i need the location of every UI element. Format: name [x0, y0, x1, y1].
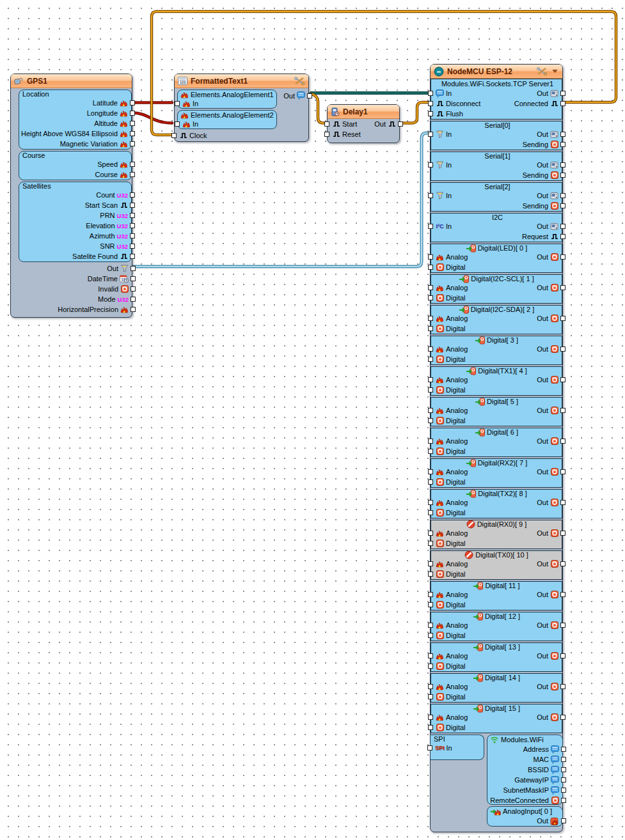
pin-connector[interactable] — [428, 224, 433, 229]
pin-connector[interactable] — [560, 203, 566, 208]
pin-connector[interactable] — [428, 449, 433, 454]
pin-connector[interactable] — [561, 747, 566, 752]
pin-connector[interactable] — [130, 203, 135, 208]
pin-connector[interactable] — [428, 111, 433, 116]
pin-connector[interactable] — [428, 664, 433, 669]
pin-connector[interactable] — [130, 233, 135, 238]
delay1-header[interactable]: Delay1 — [328, 105, 399, 119]
pin-connector[interactable] — [560, 439, 566, 444]
pin-connector[interactable] — [428, 602, 433, 607]
pin-connector[interactable] — [428, 265, 433, 270]
pin-connector[interactable] — [428, 326, 433, 331]
pin-connector[interactable] — [131, 286, 136, 292]
pin-connector[interactable] — [130, 244, 135, 249]
pin-connector[interactable] — [130, 141, 135, 146]
pin-connector[interactable] — [560, 224, 566, 229]
pin-connector[interactable] — [428, 357, 433, 362]
pin-connector[interactable] — [427, 745, 432, 751]
chevron-down-icon[interactable] — [551, 67, 559, 75]
pin-connector[interactable] — [560, 193, 566, 198]
pin-connector[interactable] — [130, 213, 135, 218]
pin-connector[interactable] — [131, 266, 136, 271]
pin-connector[interactable] — [324, 121, 329, 127]
pin-connector[interactable] — [428, 162, 433, 167]
tools-icon[interactable] — [294, 77, 305, 85]
pin-connector[interactable] — [428, 254, 433, 260]
pin-connector[interactable] — [175, 121, 180, 127]
pin-connector[interactable] — [175, 101, 180, 106]
pin-connector[interactable] — [560, 234, 566, 239]
pin-connector[interactable] — [561, 798, 566, 803]
pin-connector[interactable] — [307, 93, 312, 98]
pin-connector[interactable] — [428, 285, 433, 290]
pin-connector[interactable] — [131, 276, 136, 281]
pin-connector[interactable] — [560, 531, 566, 536]
pin-connector[interactable] — [560, 561, 566, 566]
wire-delay-out-to-tcp-disconnect[interactable] — [402, 102, 429, 123]
pin-connector[interactable] — [131, 297, 136, 302]
pin-connector[interactable] — [428, 439, 433, 444]
pin-connector[interactable] — [324, 132, 329, 137]
pin-connector[interactable] — [171, 133, 177, 138]
nodemcu-header[interactable]: ∞ NodeMCU ESP-12 — [431, 65, 562, 79]
pin-connector[interactable] — [428, 541, 433, 546]
pin-connector[interactable] — [131, 307, 136, 312]
pin-connector[interactable] — [428, 623, 433, 628]
pin-connector[interactable] — [130, 254, 135, 259]
pin-connector[interactable] — [428, 684, 433, 689]
pin-connector[interactable] — [428, 377, 433, 382]
pin-connector[interactable] — [560, 408, 566, 413]
pin-connector[interactable] — [428, 316, 433, 321]
pin-connector[interactable] — [130, 192, 135, 198]
pin-connector[interactable] — [428, 91, 433, 96]
pin-connector[interactable] — [428, 561, 433, 566]
pin-connector[interactable] — [130, 223, 135, 228]
pin-connector[interactable] — [428, 193, 433, 198]
pin-connector[interactable] — [560, 162, 566, 167]
pin-connector[interactable] — [560, 592, 566, 597]
pin-connector[interactable] — [561, 818, 566, 823]
pin-connector[interactable] — [428, 418, 433, 423]
pin-connector[interactable] — [560, 684, 566, 689]
pin-connector[interactable] — [428, 725, 433, 730]
tools-icon[interactable] — [536, 67, 548, 75]
pin-connector[interactable] — [428, 633, 433, 638]
gps1-header[interactable]: GPS1 — [11, 74, 132, 88]
pin-connector[interactable] — [428, 510, 433, 515]
pin-connector[interactable] — [560, 173, 566, 178]
pin-connector[interactable] — [428, 469, 433, 474]
pin-connector[interactable] — [428, 531, 433, 536]
pin-connector[interactable] — [428, 653, 433, 658]
pin-connector[interactable] — [428, 715, 433, 720]
pin-connector[interactable] — [130, 100, 135, 105]
pin-connector[interactable] — [428, 694, 433, 699]
pin-connector[interactable] — [428, 101, 433, 106]
pin-connector[interactable] — [561, 757, 566, 762]
pin-connector[interactable] — [560, 101, 566, 106]
wire-gps-longitude-to-formattedtext-in2[interactable] — [132, 113, 172, 123]
pin-connector[interactable] — [561, 767, 566, 772]
pin-connector[interactable] — [560, 254, 566, 260]
pin-connector[interactable] — [428, 295, 433, 300]
pin-connector[interactable] — [560, 715, 566, 720]
pin-connector[interactable] — [428, 500, 433, 505]
wire-gps-out-to-serial0-in[interactable] — [132, 133, 429, 267]
pin-connector[interactable] — [428, 387, 433, 393]
pin-connector[interactable] — [560, 142, 566, 147]
pin-connector[interactable] — [560, 500, 566, 505]
pin-connector[interactable] — [560, 469, 566, 474]
wire-formattedtext-out-to-delay-start[interactable] — [312, 94, 328, 123]
pin-connector[interactable] — [428, 479, 433, 485]
pin-connector[interactable] — [428, 592, 433, 597]
pin-connector[interactable] — [428, 346, 433, 352]
pin-connector[interactable] — [130, 172, 135, 177]
pin-connector[interactable] — [561, 777, 566, 782]
pin-connector[interactable] — [428, 572, 433, 577]
pin-connector[interactable] — [560, 653, 566, 658]
pin-connector[interactable] — [561, 788, 566, 793]
pin-connector[interactable] — [560, 377, 566, 382]
pin-connector[interactable] — [398, 121, 403, 127]
formattedtext1-header[interactable]: 123 FormattedText1 — [175, 74, 308, 88]
pin-connector[interactable] — [130, 111, 135, 116]
pin-connector[interactable] — [560, 346, 566, 352]
